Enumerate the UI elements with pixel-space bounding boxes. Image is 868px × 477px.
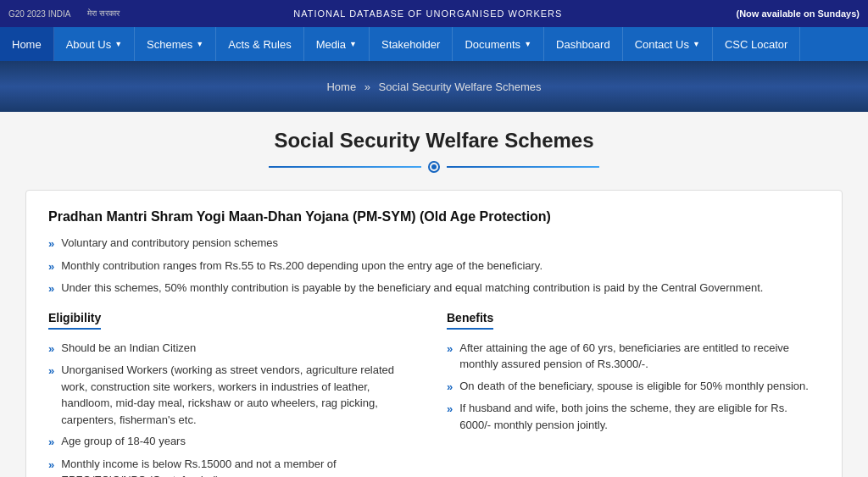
nav-item-csc[interactable]: CSC Locator bbox=[713, 27, 800, 61]
intro-point-1: Voluntary and contributory pension schem… bbox=[48, 235, 820, 252]
nav-item-documents[interactable]: Documents ▼ bbox=[453, 27, 544, 61]
divider-line-right bbox=[447, 166, 599, 168]
benefits-col: Benefits After attaining the age of 60 y… bbox=[447, 311, 820, 478]
nav-item-schemes[interactable]: Schemes ▼ bbox=[135, 27, 216, 61]
topbar-right-text: (Now available on Sundays) bbox=[737, 8, 860, 19]
nav-item-home[interactable]: Home bbox=[0, 27, 54, 61]
top-logos: G20 2023 INDIA मेरा सरकार bbox=[8, 8, 120, 19]
intro-point-3: Under this schemes, 50% monthly contribu… bbox=[48, 280, 820, 297]
contact-arrow: ▼ bbox=[693, 40, 700, 48]
eligibility-point-2: Unorganised Workers (working as street v… bbox=[48, 362, 421, 428]
divider-dot bbox=[428, 161, 440, 173]
title-divider bbox=[25, 161, 843, 173]
nav-item-stakeholder[interactable]: Stakeholder bbox=[370, 27, 453, 61]
media-arrow: ▼ bbox=[349, 40, 357, 48]
benefits-point-3: If husband and wife, both joins the sche… bbox=[447, 400, 820, 433]
top-bar: G20 2023 INDIA मेरा सरकार NATIONAL DATAB… bbox=[0, 0, 868, 27]
intro-point-2: Monthly contribution ranges from Rs.55 t… bbox=[48, 258, 820, 275]
about-arrow: ▼ bbox=[114, 40, 122, 48]
documents-arrow: ▼ bbox=[524, 40, 531, 48]
breadcrumb-home[interactable]: Home bbox=[326, 80, 356, 93]
schemes-arrow: ▼ bbox=[196, 40, 203, 48]
nav-item-acts[interactable]: Acts & Rules bbox=[216, 27, 303, 61]
benefits-point-2: On death of the beneficiary, spouse is e… bbox=[447, 378, 820, 396]
eligibility-col: Eligibility Should be an Indian Citizen … bbox=[48, 311, 421, 478]
benefits-list: After attaining the age of 60 yrs, benef… bbox=[447, 340, 820, 434]
eligibility-list: Should be an Indian Citizen Unorganised … bbox=[48, 340, 421, 478]
benefits-heading: Benefits bbox=[447, 311, 493, 330]
eligibility-point-1: Should be an Indian Citizen bbox=[48, 340, 421, 358]
nav-item-about[interactable]: About Us ▼ bbox=[54, 27, 135, 61]
topbar-center-text: NATIONAL DATABASE OF UNORGANISED WORKERS bbox=[293, 8, 562, 19]
eligibility-benefits-cols: Eligibility Should be an Indian Citizen … bbox=[48, 311, 820, 478]
benefits-point-1: After attaining the age of 60 yrs, benef… bbox=[447, 340, 820, 373]
eligibility-heading: Eligibility bbox=[48, 311, 101, 330]
main-content: Social Security Welfare Schemes Pradhan … bbox=[0, 112, 868, 477]
nav-item-media[interactable]: Media ▼ bbox=[304, 27, 370, 61]
main-nav: Home About Us ▼ Schemes ▼ Acts & Rules M… bbox=[0, 27, 868, 61]
eligibility-point-4: Monthly income is below Rs.15000 and not… bbox=[48, 456, 421, 478]
eligibility-point-3: Age group of 18-40 years bbox=[48, 433, 421, 451]
nav-item-contact[interactable]: Contact Us ▼ bbox=[623, 27, 713, 61]
nav-item-dashboard[interactable]: Dashboard bbox=[544, 27, 623, 61]
mera-sarkar-logo: मेरा सरकार bbox=[87, 8, 120, 19]
page-title: Social Security Welfare Schemes bbox=[25, 129, 843, 153]
g20-logo: G20 2023 INDIA bbox=[8, 9, 70, 19]
breadcrumb-current: Social Security Welfare Schemes bbox=[379, 80, 542, 93]
scheme-card: Pradhan Mantri Shram Yogi Maan-Dhan Yoja… bbox=[25, 190, 843, 477]
breadcrumb: Home » Social Security Welfare Schemes bbox=[326, 80, 541, 93]
divider-line-left bbox=[269, 166, 421, 168]
scheme-title: Pradhan Mantri Shram Yogi Maan-Dhan Yoja… bbox=[48, 209, 820, 225]
scheme-intro-list: Voluntary and contributory pension schem… bbox=[48, 235, 820, 297]
hero-section: Home » Social Security Welfare Schemes bbox=[0, 61, 868, 112]
breadcrumb-separator: » bbox=[364, 80, 370, 93]
